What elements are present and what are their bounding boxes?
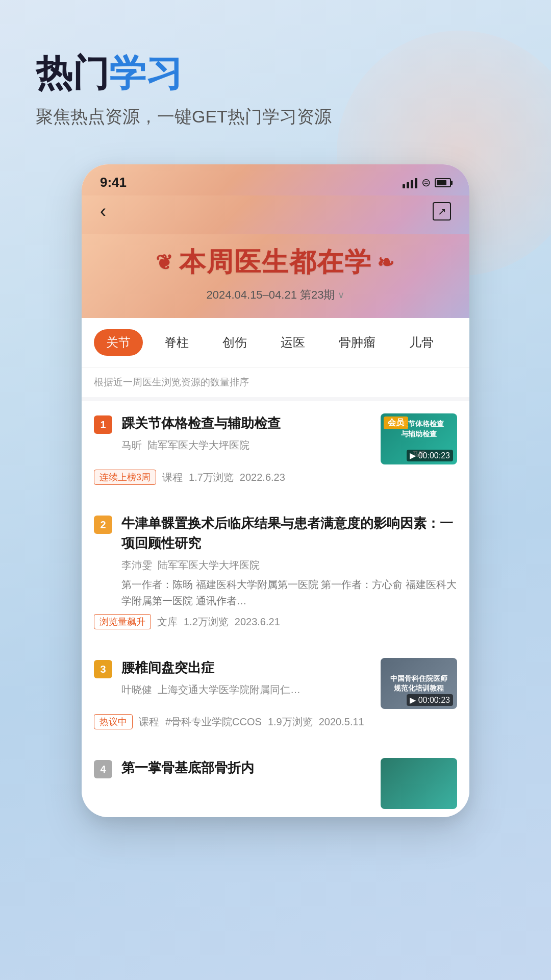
list-item: 3 腰椎间盘突出症 叶晓健 上海交通大学医学院附属同仁… 中国骨科住院医师规范化… xyxy=(82,646,469,742)
meta-date: 2020.5.11 xyxy=(319,716,364,728)
wifi-icon: ⊜ xyxy=(421,176,431,189)
status-time: 9:41 xyxy=(100,175,127,190)
item-author: 李沛雯 陆军军医大学大坪医院 xyxy=(121,558,457,572)
sort-hint: 根据近一周医生浏览资源的数量排序 xyxy=(82,368,469,401)
item-title[interactable]: 第一掌骨基底部骨折内 xyxy=(121,758,371,778)
battery-icon xyxy=(435,178,451,187)
tab-运医[interactable]: 运医 xyxy=(268,329,317,356)
item-thumbnail[interactable]: 中国骨科住院医师规范化培训教程 ▶ 00:00:23 xyxy=(381,658,457,709)
category-tabs: 关节 脊柱 创伤 运医 骨肿瘤 儿骨 xyxy=(82,318,469,368)
phone-mockup: 9:41 ⊜ ‹ ❦ 本周医生都在学 xyxy=(82,164,469,817)
date-range: 2024.04.15–04.21 第23期 xyxy=(207,287,335,303)
title-highlight: 学习 xyxy=(109,53,183,93)
signal-icon xyxy=(403,177,417,188)
tab-创伤[interactable]: 创伤 xyxy=(210,329,259,356)
meta-date: 2022.6.23 xyxy=(240,472,285,483)
laurel-left-icon: ❦ xyxy=(156,251,174,274)
meta-tag-weeks: 连续上榜3周 xyxy=(94,470,156,485)
item-title[interactable]: 腰椎间盘突出症 xyxy=(121,658,371,678)
item-top: 2 牛津单髁置换术后临床结果与患者满意度的影响因素：一项回顾性研究 李沛雯 陆军… xyxy=(94,513,457,609)
tab-儿骨[interactable]: 儿骨 xyxy=(397,329,446,356)
list-item: 2 牛津单髁置换术后临床结果与患者满意度的影响因素：一项回顾性研究 李沛雯 陆军… xyxy=(82,501,469,642)
item-meta: 连续上榜3周 课程 1.7万浏览 2022.6.23 xyxy=(94,470,457,485)
item-author: 叶晓健 上海交通大学医学院附属同仁… xyxy=(121,683,371,697)
title-prefix: 热门 xyxy=(36,53,109,93)
share-button[interactable] xyxy=(433,202,451,220)
banner-title: ❦ 本周医生都在学 ❧ xyxy=(97,244,454,280)
thumb-duration: ▶ 00:00:23 xyxy=(407,694,453,706)
list-item: 1 踝关节体格检查与辅助检查 马昕 陆军军医大学大坪医院 会员 踝关节体格检查与… xyxy=(82,401,469,497)
thumb-text: 中国骨科住院医师规范化培训教程 xyxy=(386,670,452,698)
item-title[interactable]: 踝关节体格检查与辅助检查 xyxy=(121,413,371,433)
item-thumbnail[interactable]: 会员 踝关节体格检查与辅助检查马昕 ▶ 00:00:23 xyxy=(381,413,457,464)
back-button[interactable]: ‹ xyxy=(100,201,106,222)
banner: ❦ 本周医生都在学 ❧ 2024.04.15–04.21 第23期 ∨ xyxy=(82,234,469,318)
list-item: 4 第一掌骨基底部骨折内 xyxy=(82,746,469,817)
item-meta: 浏览量飙升 文库 1.2万浏览 2023.6.21 xyxy=(94,614,457,629)
item-thumbnail[interactable] xyxy=(381,758,457,809)
thumb-duration: ▶ 00:00:23 xyxy=(407,450,453,461)
meta-type: 文库 xyxy=(157,615,178,629)
date-row[interactable]: 2024.04.15–04.21 第23期 ∨ xyxy=(97,287,454,303)
chevron-down-icon: ∨ xyxy=(338,289,344,301)
thumb-label: 会员 xyxy=(384,416,408,429)
item-content: 第一掌骨基底部骨折内 xyxy=(121,758,371,778)
meta-tag-trending: 热议中 xyxy=(94,714,133,729)
tab-脊柱[interactable]: 脊柱 xyxy=(152,329,201,356)
item-top: 1 踝关节体格检查与辅助检查 马昕 陆军军医大学大坪医院 会员 踝关节体格检查与… xyxy=(94,413,457,464)
item-meta: 热议中 课程 #骨科专业学院CCOS 1.9万浏览 2020.5.11 xyxy=(94,714,457,729)
meta-views: 1.9万浏览 xyxy=(268,715,313,729)
rank-badge-2: 2 xyxy=(94,516,112,534)
item-top: 3 腰椎间盘突出症 叶晓健 上海交通大学医学院附属同仁… 中国骨科住院医师规范化… xyxy=(94,658,457,709)
item-abstract: 第一作者：陈旸 福建医科大学附属第一医院 第一作者：方心俞 福建医科大学附属第一… xyxy=(121,576,457,609)
status-bar: 9:41 ⊜ xyxy=(82,164,469,195)
item-top: 4 第一掌骨基底部骨折内 xyxy=(94,758,457,809)
meta-hashtag: #骨科专业学院CCOS xyxy=(165,715,262,729)
item-content: 腰椎间盘突出症 叶晓健 上海交通大学医学院附属同仁… xyxy=(121,658,371,697)
tab-骨肿瘤[interactable]: 骨肿瘤 xyxy=(327,329,388,356)
meta-views: 1.7万浏览 xyxy=(189,471,234,484)
rank-badge-3: 3 xyxy=(94,660,112,678)
status-icons: ⊜ xyxy=(403,176,451,189)
item-content: 踝关节体格检查与辅助检查 马昕 陆军军医大学大坪医院 xyxy=(121,413,371,452)
item-author: 马昕 陆军军医大学大坪医院 xyxy=(121,438,371,452)
meta-views: 1.2万浏览 xyxy=(184,615,229,629)
meta-type: 课程 xyxy=(139,715,159,729)
tab-关节[interactable]: 关节 xyxy=(94,329,143,356)
item-content: 牛津单髁置换术后临床结果与患者满意度的影响因素：一项回顾性研究 李沛雯 陆军军医… xyxy=(121,513,457,609)
meta-tag-hot: 浏览量飙升 xyxy=(94,614,151,629)
rank-badge-4: 4 xyxy=(94,760,112,778)
item-title[interactable]: 牛津单髁置换术后临床结果与患者满意度的影响因素：一项回顾性研究 xyxy=(121,513,457,553)
meta-date: 2023.6.21 xyxy=(235,616,280,628)
meta-type: 课程 xyxy=(162,471,183,484)
nav-bar: ‹ xyxy=(82,195,469,234)
rank-badge-1: 1 xyxy=(94,415,112,434)
laurel-right-icon: ❧ xyxy=(377,251,395,274)
